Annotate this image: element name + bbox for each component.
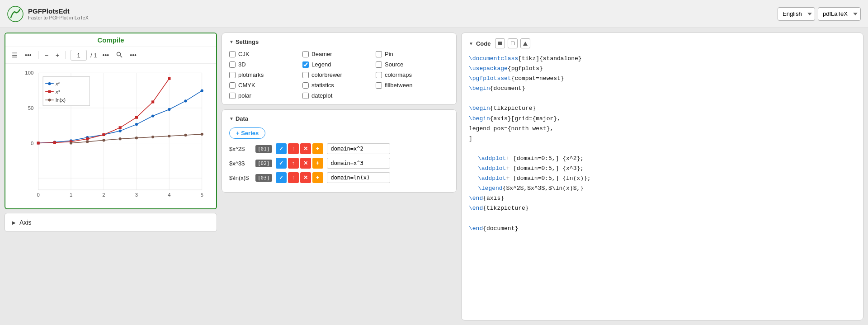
checkbox-statistics-input[interactable] [302,82,309,89]
data-arrow: ▼ [229,116,234,121]
code-content: \documentclass[tikz]{standalone} \usepac… [469,54,856,234]
axis-label: Axis [19,219,31,226]
axis-panel[interactable]: ▶ Axis [5,213,217,232]
list-button[interactable]: ☰ [10,51,19,60]
checkbox-fillbetween-label: fillbetween [385,82,412,89]
checkbox-colormaps-input[interactable] [376,72,382,78]
svg-point-48 [151,136,154,138]
checkbox-3d-label: 3D [238,61,246,68]
code-btn-triangle[interactable] [520,38,530,48]
code-line-17 [469,214,856,224]
checkbox-cmyk-input[interactable] [229,82,236,89]
svg-point-28 [119,130,122,132]
series-add-btn-1[interactable]: + [312,143,323,154]
svg-rect-38 [102,133,105,136]
series-del-btn-2[interactable]: ✕ [300,158,311,169]
checkbox-colorbrewer: colorbrewer [302,71,376,78]
outline-square-icon [511,42,514,45]
settings-box: ▼ Settings CJK Beamer Pin 3D [222,33,457,105]
series-actions-2: ✓ ↑ ✕ + [276,158,323,169]
svg-point-43 [70,141,72,144]
series-del-btn-1[interactable]: ✕ [300,143,311,154]
checkbox-colormaps: colormaps [376,71,449,78]
series-domain-input-3[interactable] [327,172,390,183]
language-select[interactable]: English German French [778,7,815,21]
checkbox-source-input[interactable] [376,61,382,68]
checkbox-dateplot: dateplot [302,92,376,99]
svg-point-32 [184,99,187,102]
zoom-in-button[interactable]: + [54,51,61,60]
checkbox-colorbrewer-input[interactable] [302,72,309,78]
series-actions-1: ✓ ↑ ✕ + [276,143,323,154]
checkbox-beamer-input[interactable] [302,51,309,57]
series-badge-2: [02] [255,160,272,167]
left-panel: Compile ☰ ••• − + / 1 ••• ••• [5,33,217,320]
code-btn-solid-square[interactable] [495,38,505,48]
more-button-2[interactable]: ••• [101,51,111,60]
svg-point-50 [184,134,187,137]
checkbox-pin-input[interactable] [376,51,382,57]
checkbox-cjk-label: CJK [238,51,250,57]
series-row-1: $x^2$ [01] ✓ ↑ ✕ + [229,143,449,154]
code-line-6: \begin{tikzpicture} [469,104,856,113]
svg-point-51 [201,133,203,136]
svg-point-60 [48,99,51,101]
svg-text:0: 0 [31,141,33,146]
svg-text:x³: x³ [55,89,61,94]
svg-point-45 [102,139,105,141]
code-line-4: \begin{document} [469,84,856,94]
checkbox-source-label: Source [385,61,403,68]
series-name-2: $x^3$ [229,160,252,167]
more-button-1[interactable]: ••• [23,51,33,60]
svg-text:ln(x): ln(x) [56,97,66,103]
axis-arrow: ▶ [12,220,16,225]
checkbox-legend-input[interactable] [302,61,309,68]
checkbox-dateplot-label: dateplot [311,92,332,99]
data-box: ▼ Data + Series $x^2$ [01] ✓ ↑ ✕ + $x^3$… [222,109,457,193]
series-domain-input-1[interactable] [327,143,390,154]
series-actions-3: ✓ ↑ ✕ + [276,172,323,183]
svg-rect-40 [135,116,138,119]
series-up-btn-3[interactable]: ↑ [288,172,299,183]
checkbox-3d: 3D [229,61,302,68]
checkbox-plotmarks-input[interactable] [229,72,236,78]
engine-select[interactable]: pdfLaTeX LuaLaTeX XeLaTeX [818,7,861,21]
checkbox-fillbetween-input[interactable] [376,82,382,89]
checkbox-dateplot-input[interactable] [302,93,309,99]
series-up-btn-1[interactable]: ↑ [288,143,299,154]
search-button[interactable] [114,51,124,60]
checkbox-polar-input[interactable] [229,93,236,99]
series-check-btn-3[interactable]: ✓ [276,172,287,183]
checkbox-colormaps-label: colormaps [385,71,412,78]
main-layout: Compile ☰ ••• − + / 1 ••• ••• [0,28,868,325]
middle-panel: ▼ Settings CJK Beamer Pin 3D [222,33,457,320]
add-series-button[interactable]: + Series [229,127,265,139]
code-line-2: \usepackage{pgfplots} [469,64,856,74]
checkbox-pin: Pin [376,51,449,57]
code-line-14: \legend{$x^2$,$x^3$,$\ln(x)$,} [469,184,856,193]
chart-svg: 100 50 0 0 1 2 3 4 5 [10,68,212,204]
checkbox-statistics: statistics [302,82,376,89]
search-icon [116,52,123,58]
more-button-3[interactable]: ••• [128,51,138,60]
series-check-btn-1[interactable]: ✓ [276,143,287,154]
code-line-12: \addplot+ [domain=0:5,] {x^3}; [469,164,856,174]
series-del-btn-3[interactable]: ✕ [300,172,311,183]
series-domain-input-2[interactable] [327,158,390,169]
checkbox-cjk-input[interactable] [229,51,236,57]
code-panel: ▼ Code \documentclass[tikz]{standalone} … [461,33,863,320]
series-up-btn-2[interactable]: ↑ [288,158,299,169]
zoom-out-button[interactable]: − [43,51,50,60]
page-number-input[interactable] [71,50,87,61]
code-btn-outline-square[interactable] [508,38,518,48]
page-total: / 1 [90,52,97,59]
settings-grid: CJK Beamer Pin 3D Legend [229,51,449,99]
series-add-btn-2[interactable]: + [312,158,323,169]
header-title-group: PGFPlotsEdt Faster to PGFPlot in LaTeX [28,7,778,20]
solid-square-icon [498,42,502,45]
checkbox-polar: polar [229,92,302,99]
svg-rect-37 [86,137,89,140]
checkbox-3d-input[interactable] [229,61,236,68]
series-check-btn-2[interactable]: ✓ [276,158,287,169]
series-add-btn-3[interactable]: + [312,172,323,183]
